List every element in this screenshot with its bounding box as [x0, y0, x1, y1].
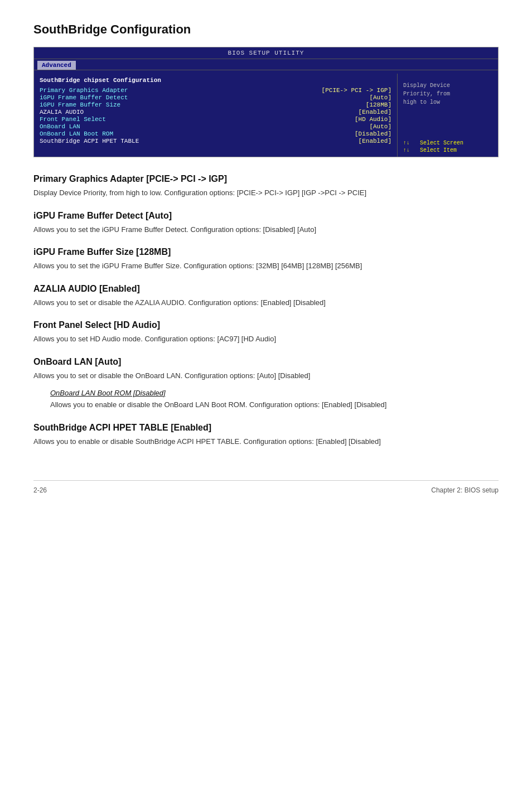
bios-row: OnBoard LAN[Auto] — [40, 123, 391, 130]
sections-container: Primary Graphics Adapter [PCIE-> PCI -> … — [33, 174, 499, 447]
bios-row: SouthBridge ACPI HPET TABLE[Enabled] — [40, 138, 391, 144]
section-desc: Display Device Priority, from high to lo… — [33, 187, 499, 199]
bios-rows: Primary Graphics Adapter[PCIE-> PCI -> I… — [40, 87, 391, 144]
bios-select-item: ↑↓ Select Item — [403, 147, 492, 153]
bios-title-bar: BIOS SETUP UTILITY — [34, 47, 498, 59]
footer-left: 2-26 — [33, 486, 47, 494]
section-desc: Allows you to set the iGPU Frame Buffer … — [33, 224, 499, 235]
bios-content: SouthBridge chipset Configuration Primar… — [34, 74, 498, 157]
bios-hint: Display Device Priority, from high to lo… — [403, 81, 492, 107]
section-heading: SouthBridge ACPI HPET TABLE [Enabled] — [33, 423, 499, 433]
section-desc: Allows you to set HD Audio mode. Configu… — [33, 334, 499, 345]
section-heading: OnBoard LAN [Auto] — [33, 357, 499, 367]
bios-bottom-bar: ↑↓ Select Screen ↑↓ Select Item — [403, 140, 492, 153]
section-desc: Allows you to enable or disable SouthBri… — [33, 436, 499, 447]
section-desc: Allows you to set or disable the AZALIA … — [33, 297, 499, 308]
sub-section-container: OnBoard LAN Boot ROM [Disabled]Allows yo… — [50, 389, 499, 410]
section-heading: iGPU Frame Buffer Size [128MB] — [33, 247, 499, 257]
section-heading: AZALIA AUDIO [Enabled] — [33, 284, 499, 294]
bios-right-panel: Display Device Priority, from high to lo… — [398, 74, 498, 157]
bios-row: iGPU Frame Buffer Size[128MB] — [40, 102, 391, 108]
section-desc: Allows you to set or disable the OnBoard… — [33, 370, 499, 381]
page-footer: 2-26 Chapter 2: BIOS setup — [33, 480, 499, 494]
footer-right: Chapter 2: BIOS setup — [431, 486, 499, 494]
bios-row: Front Panel Select[HD Audio] — [40, 116, 391, 123]
bios-tab-row: Advanced — [34, 59, 498, 70]
section-heading: iGPU Frame Buffer Detect [Auto] — [33, 211, 499, 221]
bios-row: Primary Graphics Adapter[PCIE-> PCI -> I… — [40, 87, 391, 94]
section-heading: Primary Graphics Adapter [PCIE-> PCI -> … — [33, 174, 499, 184]
sub-section-desc: Allows you to enable or disable the OnBo… — [50, 399, 499, 410]
bios-row: OnBoard LAN Boot ROM[Disabled] — [40, 131, 391, 137]
bios-screenshot: BIOS SETUP UTILITY Advanced SouthBridge … — [33, 47, 499, 157]
bios-tab-advanced[interactable]: Advanced — [37, 61, 76, 70]
bios-left-panel: SouthBridge chipset Configuration Primar… — [34, 74, 398, 157]
bios-select-screen: ↑↓ Select Screen — [403, 140, 492, 146]
bios-section-header: SouthBridge chipset Configuration — [40, 77, 391, 84]
sub-section-heading: OnBoard LAN Boot ROM [Disabled] — [50, 389, 499, 397]
section-heading: Front Panel Select [HD Audio] — [33, 320, 499, 330]
page-title: SouthBridge Configuration — [33, 22, 499, 37]
bios-row: AZALIA AUDIO[Enabled] — [40, 109, 391, 115]
section-desc: Allows you to set the iGPU Frame Buffer … — [33, 260, 499, 272]
bios-row: iGPU Frame Buffer Detect[Auto] — [40, 94, 391, 101]
